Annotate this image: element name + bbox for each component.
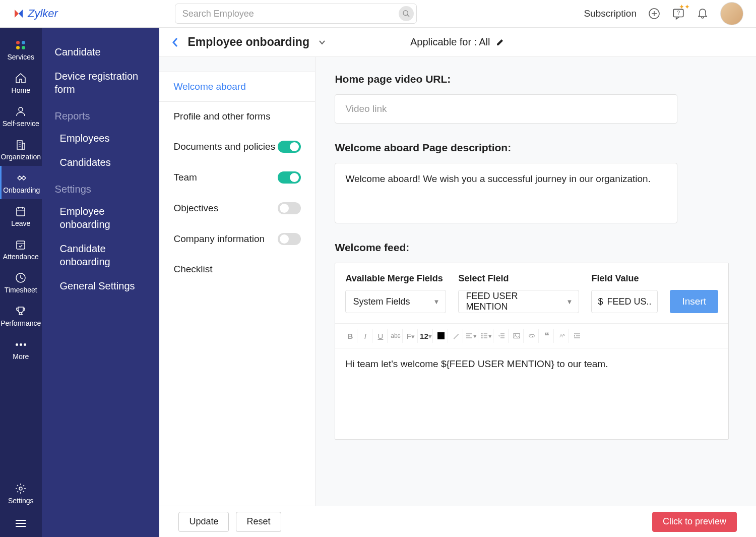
merge-fields-label: Available Merge Fields	[345, 273, 446, 284]
rte-font[interactable]: F▾	[404, 329, 418, 343]
rail-leave[interactable]: Leave	[0, 199, 42, 232]
rte-outdent[interactable]	[494, 329, 509, 343]
rail-label: Onboarding	[3, 186, 40, 194]
step-team[interactable]: Team	[159, 162, 315, 193]
subscription-link[interactable]: Subscription	[584, 8, 637, 19]
step-label: Company information	[173, 233, 265, 245]
rte-link[interactable]	[525, 329, 539, 343]
svg-line-1	[407, 15, 409, 17]
user-avatar[interactable]	[720, 2, 743, 25]
rte-image[interactable]	[510, 329, 524, 343]
back-button[interactable]	[171, 37, 178, 48]
strike-icon: abc	[391, 332, 400, 339]
sidebar-item-employees[interactable]: Employees	[42, 126, 160, 150]
rail-selfservice[interactable]: Self-service	[0, 99, 42, 133]
notifications-button[interactable]	[696, 7, 709, 20]
step-checklist[interactable]: Checklist	[159, 255, 315, 284]
svg-rect-38	[514, 333, 520, 338]
reset-button[interactable]: Reset	[236, 512, 281, 532]
edit-applicable-button[interactable]	[495, 38, 505, 47]
footer: Update Reset Click to preview	[159, 506, 756, 537]
rte-italic[interactable]: I	[358, 329, 372, 343]
select-field-select[interactable]: FEED USER MENTION▼	[458, 290, 579, 313]
sidebar-item-device-registration[interactable]: Device registration form	[42, 64, 160, 101]
rte-strike[interactable]: abc	[389, 329, 403, 343]
sidebar-item-candidates[interactable]: Candidates	[42, 150, 160, 174]
page-header: Employee onboarding Applicable for :All	[159, 28, 756, 57]
rail-label: More	[13, 352, 29, 361]
list-icon	[480, 332, 488, 340]
sidebar: Candidate Device registration form Repor…	[42, 28, 160, 537]
page-desc-input[interactable]: Welcome aboard! We wish you a successful…	[335, 163, 677, 223]
sidebar-item-candidate-onboarding[interactable]: Candidate onboarding	[42, 236, 160, 274]
rte-clear[interactable]: A	[555, 329, 569, 343]
rte-bold[interactable]: B	[343, 329, 357, 343]
step-objectives[interactable]: Objectives	[159, 193, 315, 224]
rte-textcolor[interactable]	[434, 329, 448, 343]
search-input[interactable]	[175, 4, 417, 24]
bold-icon: B	[348, 332, 353, 340]
svg-point-29	[481, 333, 483, 335]
svg-point-0	[403, 11, 408, 15]
svg-rect-13	[17, 208, 25, 216]
rte-align[interactable]: ▾	[464, 329, 478, 343]
rail-performance[interactable]: Performance	[0, 299, 42, 332]
step-company-info[interactable]: Company information	[159, 224, 315, 255]
toggle-documents[interactable]	[278, 141, 301, 153]
pencil-icon	[495, 38, 505, 47]
rail-home[interactable]: Home	[0, 66, 42, 99]
update-button[interactable]: Update	[178, 512, 229, 532]
preview-button[interactable]: Click to preview	[652, 512, 737, 532]
rte-underline[interactable]: U	[373, 329, 388, 343]
rte-editor[interactable]: Hi team let's welcome ${FEED USER MENTIO…	[335, 348, 728, 439]
rte-quote[interactable]: ❝	[540, 329, 554, 343]
rte-fontsize[interactable]: 12▾	[419, 329, 433, 343]
search-button[interactable]	[399, 6, 414, 21]
toggle-company-info[interactable]	[278, 233, 301, 245]
rail-organization[interactable]: Organization	[0, 133, 42, 166]
sidebar-item-general-settings[interactable]: General Settings	[42, 274, 160, 298]
rail-timesheet[interactable]: Timesheet	[0, 266, 42, 299]
sidebar-item-candidate[interactable]: Candidate	[42, 40, 160, 64]
home-icon	[15, 72, 27, 84]
rail-label: Services	[7, 53, 34, 61]
merge-fields-select[interactable]: System Fields▼	[345, 290, 446, 313]
rail-services[interactable]: Services	[0, 33, 42, 66]
rte-toolbar: B I U abc F▾ 12▾ ▾ ▾ ❝ A	[335, 323, 728, 348]
help-button[interactable]: ? ✦✦	[672, 7, 685, 20]
title-dropdown[interactable]	[319, 40, 326, 45]
building-icon	[15, 139, 27, 151]
insert-button[interactable]: Insert	[670, 290, 718, 313]
svg-point-30	[481, 335, 483, 337]
collapse-rail-button[interactable]	[0, 510, 42, 537]
step-label: Checklist	[173, 264, 212, 275]
toggle-objectives[interactable]	[278, 202, 301, 214]
merge-fields-value: System Fields	[353, 296, 410, 307]
rail-more[interactable]: More	[0, 332, 42, 366]
rte-list[interactable]: ▾	[479, 329, 493, 343]
rte-highlight[interactable]	[449, 329, 463, 343]
rail-settings[interactable]: Settings	[0, 476, 42, 510]
bell-icon	[697, 8, 709, 20]
brand-logo[interactable]: Zylker	[13, 7, 58, 20]
topbar: Zylker Subscription ? ✦✦	[0, 0, 756, 28]
toggle-team[interactable]	[278, 171, 301, 184]
hamburger-icon	[15, 519, 27, 528]
rail-attendance[interactable]: Attendance	[0, 232, 42, 266]
rte-indent[interactable]	[570, 329, 584, 343]
sidebar-heading-settings: Settings	[42, 174, 160, 199]
rail-onboarding[interactable]: Onboarding	[0, 166, 42, 199]
chevron-down-icon	[319, 40, 326, 45]
svg-rect-9	[22, 143, 25, 149]
sidebar-item-employee-onboarding[interactable]: Employee onboarding	[42, 199, 160, 236]
add-button[interactable]	[648, 7, 661, 20]
gear-icon	[15, 483, 27, 495]
step-documents-policies[interactable]: Documents and policies	[159, 132, 315, 162]
trophy-icon	[15, 305, 27, 317]
step-profile-forms[interactable]: Profile and other forms	[159, 102, 315, 132]
outdent-icon	[497, 332, 506, 340]
video-url-input[interactable]	[335, 94, 677, 124]
step-welcome-aboard[interactable]: Welcome aboard	[159, 72, 315, 102]
services-icon	[16, 41, 25, 49]
more-icon	[15, 338, 27, 350]
